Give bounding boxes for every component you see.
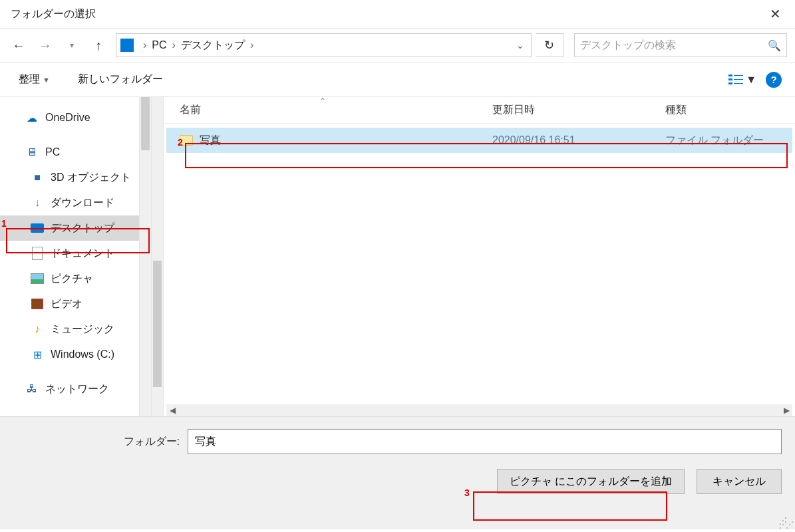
toolbar-right: ▼ ? — [728, 72, 782, 88]
sidebar-item-3d[interactable]: ■ 3D オブジェクト — [0, 165, 139, 190]
searchbox[interactable]: 🔍 — [574, 33, 787, 57]
breadcrumb-pc[interactable]: PC — [152, 39, 166, 51]
column-headers: 名前 ⌃ 更新日時 種類 — [164, 97, 795, 124]
desktop-icon — [31, 221, 44, 235]
chevron-right-icon: › — [246, 39, 257, 51]
bottombar: フォルダー: ピクチャ にこのフォルダーを追加 キャンセル ⋰⋰⋰ — [0, 416, 795, 529]
document-icon — [31, 247, 44, 260]
sidebar-item-desktop[interactable]: デスクトップ — [0, 215, 139, 241]
cube-icon: ■ — [31, 171, 44, 184]
folder-icon — [180, 135, 193, 146]
divider-scrollbar[interactable] — [152, 97, 164, 416]
breadcrumb: › PC › デスクトップ › — [139, 39, 257, 53]
sidebar-item-network[interactable]: 🖧 ネットワーク — [0, 376, 139, 402]
svg-rect-3 — [734, 79, 743, 80]
svg-rect-0 — [728, 74, 732, 76]
pc-icon: 🖥 — [25, 146, 39, 159]
addressbar[interactable]: › PC › デスクトップ › ⌄ — [116, 33, 532, 57]
content-pane: 名前 ⌃ 更新日時 種類 写真 2020/09/16 16:51 ファイル フォ… — [164, 97, 795, 416]
sidebar-item-music[interactable]: ♪ ミュージック — [0, 317, 139, 342]
body-row: ☁ OneDrive 🖥 PC ■ 3D オブジェクト ↓ ダウンロード デスク… — [0, 97, 795, 416]
column-name[interactable]: 名前 ⌃ — [180, 103, 492, 117]
file-date-cell: 2020/09/16 16:51 — [492, 134, 665, 146]
sidebar-item-documents[interactable]: ドキュメント — [0, 241, 139, 266]
forward-button[interactable]: → — [35, 35, 56, 56]
svg-rect-5 — [734, 83, 743, 84]
file-row[interactable]: 写真 2020/09/16 16:51 ファイル フォルダー — [166, 128, 792, 153]
network-icon: 🖧 — [25, 382, 39, 396]
scroll-left-icon[interactable]: ◀ — [166, 406, 178, 415]
close-button[interactable]: ✕ — [764, 3, 786, 25]
up-button[interactable]: ↑ — [88, 35, 109, 56]
svg-rect-2 — [728, 78, 732, 80]
column-date[interactable]: 更新日時 — [492, 103, 665, 117]
add-folder-button[interactable]: ピクチャ にこのフォルダーを追加 — [497, 469, 685, 494]
sidebar-item-pc[interactable]: 🖥 PC — [0, 140, 139, 165]
sidebar-item-pictures[interactable]: ピクチャ — [0, 266, 139, 291]
onedrive-icon: ☁ — [25, 111, 39, 124]
folder-name-input[interactable] — [188, 429, 782, 454]
toolbar: 整理 ▼ 新しいフォルダー ▼ ? — [0, 63, 795, 97]
refresh-button[interactable]: ↻ — [536, 33, 563, 57]
file-type-cell: ファイル フォルダー — [665, 134, 792, 148]
back-button[interactable]: ← — [8, 35, 29, 56]
video-icon — [31, 297, 44, 311]
view-mode-button[interactable]: ▼ — [728, 74, 756, 86]
folder-label: フォルダー: — [13, 435, 188, 449]
folder-row: フォルダー: — [13, 429, 782, 454]
recent-dropdown[interactable]: ▾ — [61, 35, 82, 56]
window-title: フォルダーの選択 — [11, 7, 96, 21]
sidebar-item-windows-c[interactable]: ⊞ Windows (C:) — [0, 342, 139, 367]
resize-grip-icon[interactable]: ⋰⋰⋰ — [779, 519, 792, 527]
new-folder-button[interactable]: 新しいフォルダー — [73, 68, 168, 90]
drive-icon: ⊞ — [31, 348, 44, 361]
sidebar-item-onedrive[interactable]: ☁ OneDrive — [0, 105, 139, 130]
organize-menu[interactable]: 整理 ▼ — [13, 68, 55, 90]
search-icon[interactable]: 🔍 — [768, 39, 781, 52]
search-input[interactable] — [580, 39, 768, 51]
svg-rect-1 — [734, 75, 743, 76]
column-type[interactable]: 種類 — [665, 103, 795, 117]
sidebar-item-videos[interactable]: ビデオ — [0, 291, 139, 317]
chevron-right-icon: › — [168, 39, 180, 51]
horizontal-scrollbar[interactable]: ◀ ▶ — [166, 404, 792, 416]
scrollbar-thumb[interactable] — [141, 97, 150, 150]
titlebar: フォルダーの選択 ✕ — [0, 0, 795, 28]
button-row: ピクチャ にこのフォルダーを追加 キャンセル — [13, 469, 782, 494]
file-name-cell: 写真 — [180, 134, 492, 148]
chevron-down-icon: ▼ — [43, 76, 50, 84]
address-dropdown[interactable]: ⌄ — [514, 40, 527, 51]
breadcrumb-desktop[interactable]: デスクトップ — [181, 39, 245, 53]
filelist: 写真 2020/09/16 16:51 ファイル フォルダー — [164, 124, 795, 404]
sidebar-scrollbar[interactable] — [139, 97, 151, 416]
list-view-icon — [728, 74, 743, 86]
scrollbar-thumb[interactable] — [153, 261, 162, 387]
sidebar: ☁ OneDrive 🖥 PC ■ 3D オブジェクト ↓ ダウンロード デスク… — [0, 97, 152, 416]
chevron-right-icon: › — [139, 39, 150, 51]
nav-arrows: ← → ▾ ↑ — [8, 35, 109, 56]
download-icon: ↓ — [31, 196, 44, 209]
sidebar-item-downloads[interactable]: ↓ ダウンロード — [0, 190, 139, 215]
cancel-button[interactable]: キャンセル — [697, 469, 782, 494]
picture-icon — [31, 272, 44, 285]
tree: ☁ OneDrive 🖥 PC ■ 3D オブジェクト ↓ ダウンロード デスク… — [0, 97, 139, 416]
scroll-right-icon[interactable]: ▶ — [780, 406, 792, 415]
chevron-down-icon: ▼ — [746, 74, 756, 86]
sort-indicator-icon: ⌃ — [319, 96, 326, 106]
music-icon: ♪ — [31, 323, 44, 336]
navbar: ← → ▾ ↑ › PC › デスクトップ › ⌄ ↻ 🔍 — [0, 28, 795, 63]
help-button[interactable]: ? — [766, 72, 782, 88]
folder-icon — [120, 39, 134, 52]
svg-rect-4 — [728, 82, 732, 84]
